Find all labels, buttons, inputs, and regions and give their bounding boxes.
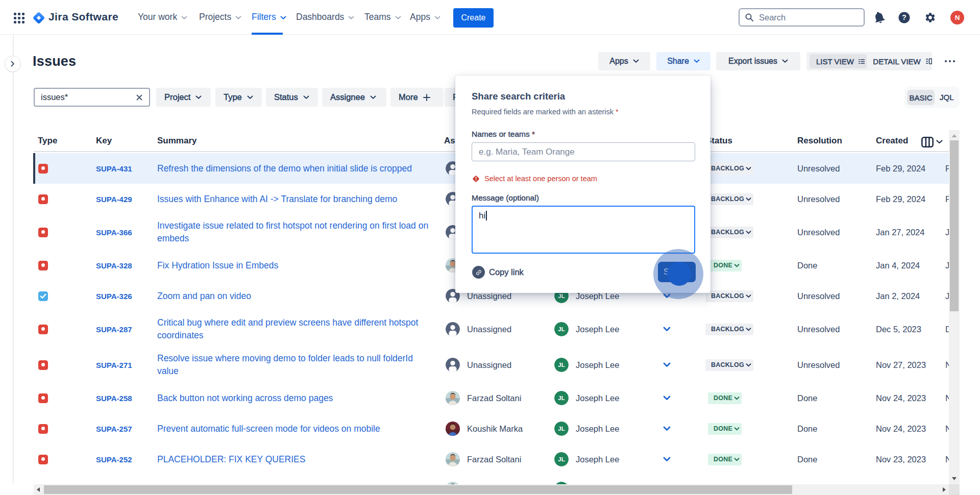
svg-text:JL: JL <box>558 326 565 332</box>
svg-text:JL: JL <box>558 293 565 299</box>
svg-text:JL: JL <box>558 362 565 368</box>
svg-text:?: ? <box>902 13 906 21</box>
svg-text:JL: JL <box>558 426 565 432</box>
svg-text:JL: JL <box>558 456 565 462</box>
svg-text:JL: JL <box>558 395 565 401</box>
